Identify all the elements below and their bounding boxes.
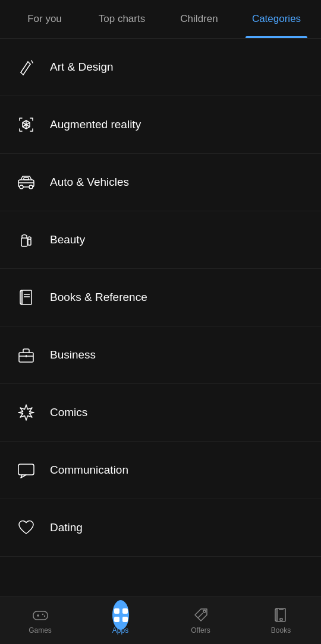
svg-marker-22	[18, 405, 34, 420]
list-item[interactable]: Art & Design	[0, 39, 321, 96]
svg-rect-12	[24, 177, 29, 180]
tab-children[interactable]: Children	[160, 0, 238, 38]
business-label: Business	[50, 348, 96, 361]
beauty-label: Beauty	[50, 233, 85, 246]
svg-rect-15	[22, 290, 32, 304]
svg-line-2	[23, 64, 30, 75]
auto-vehicles-label: Auto & Vehicles	[50, 176, 129, 189]
tab-for-you[interactable]: For you	[6, 0, 83, 38]
comics-icon	[14, 401, 38, 424]
bottom-nav-offers[interactable]: Offers	[160, 607, 241, 635]
svg-rect-14	[28, 239, 31, 245]
offers-label: Offers	[191, 626, 210, 635]
list-item[interactable]: Books & Reference	[0, 269, 321, 326]
dating-label: Dating	[50, 521, 83, 534]
list-item[interactable]: Augmented reality	[0, 96, 321, 154]
svg-rect-24	[33, 611, 48, 620]
top-navigation: For you Top charts Children Categories	[0, 0, 321, 39]
svg-point-29	[203, 610, 206, 613]
svg-point-27	[42, 614, 43, 615]
svg-line-1	[28, 62, 30, 64]
apps-icon	[112, 607, 129, 623]
tab-categories[interactable]: Categories	[238, 0, 315, 38]
auto-vehicles-icon	[14, 170, 38, 194]
business-icon	[14, 343, 38, 367]
communication-label: Communication	[50, 464, 128, 477]
books-reference-icon	[14, 285, 38, 309]
games-label: Games	[29, 626, 52, 635]
svg-rect-23	[18, 464, 34, 475]
category-list: Art & Design Augmented reality	[0, 39, 321, 597]
offers-icon	[193, 607, 209, 623]
list-item[interactable]: Business	[0, 326, 321, 384]
books-label: Books	[271, 626, 291, 635]
list-item[interactable]: Beauty	[0, 211, 321, 269]
books-reference-label: Books & Reference	[50, 291, 147, 304]
augmented-reality-icon	[14, 113, 38, 137]
svg-line-30	[198, 613, 203, 618]
svg-point-28	[43, 616, 45, 617]
art-design-icon	[14, 55, 38, 79]
art-design-label: Art & Design	[50, 61, 114, 74]
games-icon	[32, 607, 49, 623]
svg-line-3	[21, 72, 23, 75]
augmented-reality-label: Augmented reality	[50, 118, 141, 131]
list-item[interactable]: Dating	[0, 499, 321, 557]
svg-point-10	[29, 185, 33, 189]
bottom-nav-apps[interactable]: Apps	[80, 607, 160, 635]
list-item[interactable]: Communication	[0, 442, 321, 499]
books-icon	[273, 607, 289, 623]
list-item[interactable]: Comics	[0, 384, 321, 442]
bottom-nav-games[interactable]: Games	[0, 607, 80, 635]
beauty-icon	[14, 228, 38, 252]
svg-rect-34	[280, 618, 282, 620]
list-item[interactable]: Auto & Vehicles	[0, 154, 321, 211]
svg-line-0	[21, 62, 28, 72]
communication-icon	[14, 458, 38, 482]
dating-icon	[14, 516, 38, 540]
tab-top-charts[interactable]: Top charts	[83, 0, 160, 38]
bottom-nav-books[interactable]: Books	[241, 607, 321, 635]
svg-line-4	[32, 61, 33, 63]
svg-rect-13	[21, 238, 27, 246]
bottom-navigation: Games Apps Offers	[0, 597, 321, 644]
apps-label: Apps	[112, 626, 128, 635]
comics-label: Comics	[50, 406, 87, 419]
svg-point-9	[20, 185, 23, 189]
